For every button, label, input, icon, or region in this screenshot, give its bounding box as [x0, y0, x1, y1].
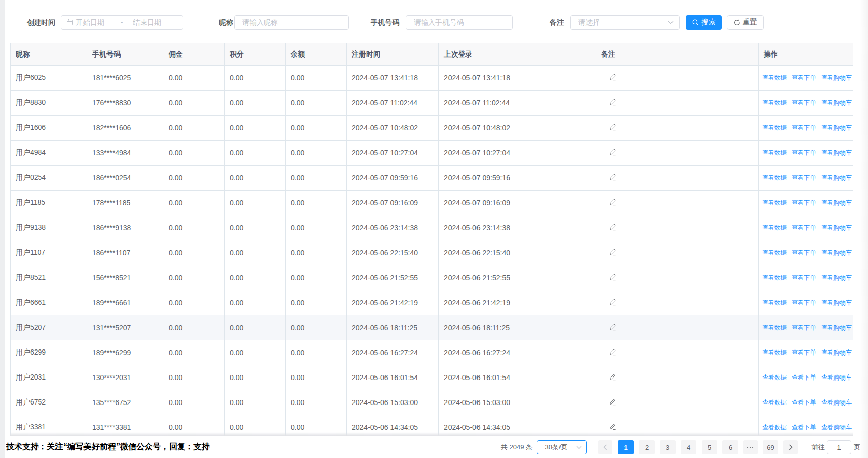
edit-remark-button[interactable] [609, 98, 617, 107]
page-button-last[interactable]: 69 [763, 440, 778, 454]
view-cart-link[interactable]: 查看购物车 [821, 149, 852, 156]
create-time-label: 创建时间 [27, 15, 55, 30]
edit-remark-button[interactable] [609, 298, 617, 307]
nickname-input[interactable] [234, 15, 349, 30]
balance-cell: 0.00 [286, 91, 347, 116]
last-login-cell: 2024-05-06 22:15:40 [439, 240, 596, 265]
edit-remark-button[interactable] [609, 223, 617, 232]
reset-button[interactable]: 重置 [727, 15, 764, 30]
register-time-cell: 2024-05-07 13:41:18 [347, 66, 439, 91]
edit-remark-button[interactable] [609, 173, 617, 182]
page-size-select[interactable]: 30条/页 [537, 440, 587, 454]
view-cart-link[interactable]: 查看购物车 [821, 124, 852, 131]
goto-page-input[interactable] [827, 440, 851, 454]
column-header-6: 上次登录 [439, 43, 596, 66]
edit-remark-button[interactable] [609, 398, 617, 407]
view-data-link[interactable]: 查看数据 [762, 249, 787, 256]
view-cart-link[interactable]: 查看购物车 [821, 99, 852, 106]
view-orders-link[interactable]: 查看下单 [792, 274, 816, 281]
view-cart-link[interactable]: 查看购物车 [821, 299, 852, 306]
view-data-link[interactable]: 查看数据 [762, 224, 787, 231]
next-page-button[interactable] [783, 440, 798, 454]
view-data-link[interactable]: 查看数据 [762, 324, 787, 331]
page-button-1[interactable]: 1 [618, 440, 634, 454]
view-data-link[interactable]: 查看数据 [762, 424, 787, 431]
view-cart-link[interactable]: 查看购物车 [821, 349, 852, 356]
page-button-4[interactable]: 4 [681, 440, 696, 454]
view-data-link[interactable]: 查看数据 [762, 174, 787, 181]
view-data-link[interactable]: 查看数据 [762, 99, 787, 106]
view-orders-link[interactable]: 查看下单 [792, 399, 816, 406]
edit-icon [609, 198, 617, 206]
view-orders-link[interactable]: 查看下单 [792, 174, 816, 181]
edit-remark-button[interactable] [609, 248, 617, 257]
view-cart-link[interactable]: 查看购物车 [821, 274, 852, 281]
view-orders-link[interactable]: 查看下单 [792, 424, 816, 431]
view-orders-link[interactable]: 查看下单 [792, 349, 816, 356]
nickname-label: 昵称 [219, 15, 233, 30]
remark-select[interactable]: 请选择 [570, 15, 680, 30]
edit-remark-button[interactable] [609, 73, 617, 83]
commission-cell: 0.00 [163, 290, 225, 315]
actions-cell: 查看数据查看下单查看购物车 [759, 265, 853, 290]
view-data-link[interactable]: 查看数据 [762, 149, 787, 156]
view-cart-link[interactable]: 查看购物车 [821, 174, 852, 181]
view-data-link[interactable]: 查看数据 [762, 274, 787, 281]
edit-remark-button[interactable] [609, 198, 617, 207]
chevron-left-icon [603, 444, 607, 450]
view-orders-link[interactable]: 查看下单 [792, 199, 816, 206]
view-cart-link[interactable]: 查看购物车 [821, 324, 852, 331]
view-orders-link[interactable]: 查看下单 [792, 224, 816, 231]
view-cart-link[interactable]: 查看购物车 [821, 199, 852, 206]
commission-cell: 0.00 [163, 191, 225, 215]
view-data-link[interactable]: 查看数据 [762, 199, 787, 206]
view-orders-link[interactable]: 查看下单 [792, 324, 816, 331]
table-row: 用户4984133****49840.000.000.002024-05-07 … [11, 141, 853, 166]
edit-remark-button[interactable] [609, 348, 617, 357]
view-data-link[interactable]: 查看数据 [762, 399, 787, 406]
edit-remark-button[interactable] [609, 423, 617, 432]
view-cart-link[interactable]: 查看购物车 [821, 399, 852, 406]
page-button-5[interactable]: 5 [702, 440, 717, 454]
phone-input[interactable] [406, 15, 513, 30]
register-time-cell: 2024-05-06 22:15:40 [347, 240, 439, 265]
edit-icon [609, 123, 617, 131]
view-cart-link[interactable]: 查看购物车 [821, 424, 852, 431]
view-orders-link[interactable]: 查看下单 [792, 299, 816, 306]
page-button-6[interactable]: 6 [722, 440, 738, 454]
search-button[interactable]: 搜索 [686, 15, 722, 30]
prev-page-button[interactable] [598, 440, 612, 454]
edit-remark-button[interactable] [609, 273, 617, 282]
view-cart-link[interactable]: 查看购物车 [821, 249, 852, 256]
page-button-3[interactable]: 3 [660, 440, 676, 454]
view-orders-link[interactable]: 查看下单 [792, 149, 816, 156]
view-orders-link[interactable]: 查看下单 [792, 74, 816, 82]
view-orders-link[interactable]: 查看下单 [792, 124, 816, 131]
edit-remark-button[interactable] [609, 123, 617, 132]
points-cell: 0.00 [225, 290, 286, 315]
table-row: 用户0254186****02540.000.000.002024-05-07 … [11, 166, 853, 191]
commission-cell: 0.00 [163, 340, 225, 365]
view-data-link[interactable]: 查看数据 [762, 349, 787, 356]
view-orders-link[interactable]: 查看下单 [792, 99, 816, 106]
commission-cell: 0.00 [163, 265, 225, 290]
edit-remark-button[interactable] [609, 323, 617, 332]
date-range-input[interactable]: 开始日期 - 结束日期 [61, 15, 183, 30]
view-orders-link[interactable]: 查看下单 [792, 249, 816, 256]
quick-next-button[interactable] [743, 440, 758, 454]
column-header-5: 注册时间 [347, 43, 439, 66]
phone-cell: 135****6752 [87, 390, 163, 415]
view-cart-link[interactable]: 查看购物车 [821, 374, 852, 381]
page-button-2[interactable]: 2 [639, 440, 655, 454]
points-cell: 0.00 [225, 340, 286, 365]
view-cart-link[interactable]: 查看购物车 [821, 224, 852, 231]
view-cart-link[interactable]: 查看购物车 [821, 74, 852, 82]
view-data-link[interactable]: 查看数据 [762, 299, 787, 306]
view-data-link[interactable]: 查看数据 [762, 74, 787, 82]
table-row: 用户1606182****16060.000.000.002024-05-07 … [11, 116, 853, 141]
view-data-link[interactable]: 查看数据 [762, 124, 787, 131]
view-data-link[interactable]: 查看数据 [762, 374, 787, 381]
edit-remark-button[interactable] [609, 373, 617, 382]
edit-remark-button[interactable] [609, 148, 617, 157]
view-orders-link[interactable]: 查看下单 [792, 374, 816, 381]
